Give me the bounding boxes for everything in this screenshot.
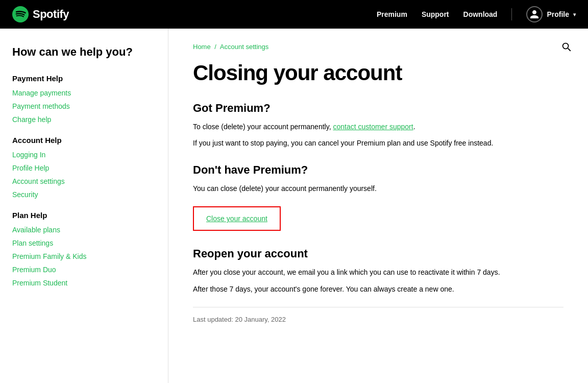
svg-point-0 xyxy=(12,6,29,22)
sidebar-item-premium-student[interactable]: Premium Student xyxy=(12,279,156,287)
nav-profile[interactable]: Profile ▾ xyxy=(526,6,576,22)
sidebar-section-title-account: Account Help xyxy=(12,136,156,145)
sidebar: How can we help you? Payment Help Manage… xyxy=(0,29,168,383)
nav-support-link[interactable]: Support xyxy=(422,10,449,18)
sidebar-item-profile-help[interactable]: Profile Help xyxy=(12,164,156,172)
close-account-box[interactable]: Close your account xyxy=(193,206,281,231)
sidebar-item-premium-family[interactable]: Premium Family & Kids xyxy=(12,252,156,260)
nav-logo[interactable]: Spotify xyxy=(12,6,69,22)
profile-label: Profile xyxy=(547,10,569,18)
spotify-logo-text: Spotify xyxy=(33,8,69,21)
sidebar-section-title-payment: Payment Help xyxy=(12,74,156,83)
got-premium-p1: To close (delete) your account permanent… xyxy=(193,121,540,132)
no-premium-paragraph: You can close (delete) your account perm… xyxy=(193,183,540,194)
got-premium-heading: Got Premium? xyxy=(193,102,564,115)
sidebar-section-title-plan: Plan Help xyxy=(12,211,156,220)
sidebar-section-payment-help: Payment Help Manage payments Payment met… xyxy=(12,74,156,124)
top-nav: Spotify Premium Support Download Profile… xyxy=(0,0,588,29)
nav-right: Premium Support Download Profile ▾ xyxy=(377,6,576,22)
sidebar-item-charge-help[interactable]: Charge help xyxy=(12,115,156,124)
sidebar-item-manage-payments[interactable]: Manage payments xyxy=(12,89,156,97)
main-content: Home / Account settings Closing your acc… xyxy=(168,29,588,383)
got-premium-p1-before: To close (delete) your account permanent… xyxy=(193,123,333,131)
reopen-heading: Reopen your account xyxy=(193,247,564,260)
sidebar-item-logging-in[interactable]: Logging In xyxy=(12,151,156,159)
nav-left: Spotify xyxy=(12,6,69,22)
contact-support-link[interactable]: contact customer support xyxy=(333,123,413,131)
sidebar-item-available-plans[interactable]: Available plans xyxy=(12,226,156,234)
section-no-premium: Don't have Premium? You can close (delet… xyxy=(193,163,564,243)
page-title: Closing your account xyxy=(193,61,564,85)
sidebar-item-payment-methods[interactable]: Payment methods xyxy=(12,102,156,110)
search-button[interactable] xyxy=(560,41,572,54)
breadcrumb: Home / Account settings xyxy=(193,43,564,51)
chevron-down-icon: ▾ xyxy=(573,12,576,17)
got-premium-p1-after: . xyxy=(413,123,415,131)
person-icon xyxy=(529,9,540,19)
sidebar-title: How can we help you? xyxy=(12,45,156,60)
nav-divider xyxy=(511,8,512,20)
section-got-premium: Got Premium? To close (delete) your acco… xyxy=(193,102,564,149)
sidebar-item-security[interactable]: Security xyxy=(12,190,156,199)
nav-premium-link[interactable]: Premium xyxy=(377,10,407,18)
spotify-logo-icon xyxy=(12,6,29,22)
sidebar-section-plan-help: Plan Help Available plans Plan settings … xyxy=(12,211,156,287)
profile-avatar-icon xyxy=(526,6,543,22)
search-icon xyxy=(560,41,572,52)
sidebar-item-premium-duo[interactable]: Premium Duo xyxy=(12,266,156,274)
breadcrumb-separator: / xyxy=(214,43,216,51)
sidebar-item-plan-settings[interactable]: Plan settings xyxy=(12,239,156,247)
close-account-link[interactable]: Close your account xyxy=(206,214,267,223)
nav-download-link[interactable]: Download xyxy=(463,10,498,18)
breadcrumb-home[interactable]: Home xyxy=(193,43,211,51)
reopen-p2: After those 7 days, your account's gone … xyxy=(193,283,540,295)
section-reopen: Reopen your account After you close your… xyxy=(193,247,564,295)
last-updated: Last updated: 20 January, 2022 xyxy=(193,307,564,323)
breadcrumb-current: Account settings xyxy=(220,43,268,51)
no-premium-heading: Don't have Premium? xyxy=(193,163,564,177)
got-premium-p2: If you just want to stop paying, you can… xyxy=(193,137,540,149)
page-layout: How can we help you? Payment Help Manage… xyxy=(0,29,588,383)
sidebar-section-account-help: Account Help Logging In Profile Help Acc… xyxy=(12,136,156,199)
reopen-p1: After you close your account, we email y… xyxy=(193,267,540,278)
sidebar-item-account-settings[interactable]: Account settings xyxy=(12,177,156,185)
